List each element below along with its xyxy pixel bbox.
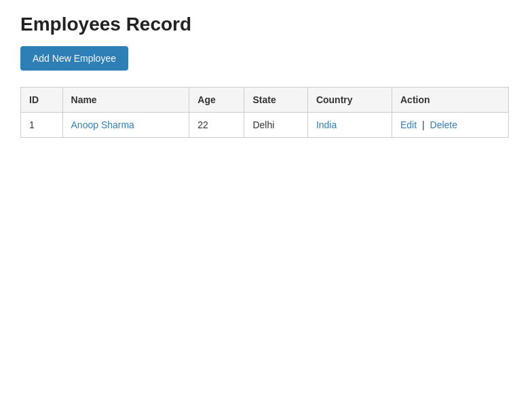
table-body: 1Anoop Sharma22DelhiIndiaEdit | Delete [21, 113, 509, 138]
column-header-state: State [244, 88, 307, 113]
column-header-age: Age [189, 88, 244, 113]
table-header-row: ID Name Age State Country Action [21, 88, 509, 113]
cell-age: 22 [189, 113, 244, 138]
column-header-action: Action [392, 88, 508, 113]
add-new-employee-button[interactable]: Add New Employee [20, 46, 128, 71]
table-header: ID Name Age State Country Action [21, 88, 509, 113]
column-header-name: Name [62, 88, 189, 113]
employees-table: ID Name Age State Country Action 1Anoop … [20, 87, 509, 138]
employee-name-link[interactable]: Anoop Sharma [71, 119, 134, 130]
edit-link[interactable]: Edit [400, 119, 417, 130]
column-header-country: Country [307, 88, 392, 113]
page-title: Employees Record [20, 14, 512, 35]
cell-action: Edit | Delete [392, 113, 508, 138]
cell-country: India [307, 113, 392, 138]
cell-name: Anoop Sharma [62, 113, 189, 138]
cell-id: 1 [21, 113, 63, 138]
delete-link[interactable]: Delete [430, 119, 457, 130]
action-separator: | [419, 119, 427, 130]
country-link[interactable]: India [316, 119, 337, 130]
cell-state: Delhi [244, 113, 307, 138]
column-header-id: ID [21, 88, 63, 113]
table-row: 1Anoop Sharma22DelhiIndiaEdit | Delete [21, 113, 509, 138]
